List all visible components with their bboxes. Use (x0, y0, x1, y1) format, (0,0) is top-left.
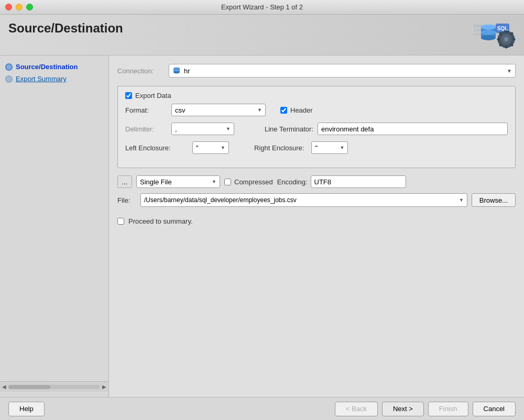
sidebar-scrollbar[interactable]: ◀ ▶ (0, 381, 108, 392)
delimiter-row: Delimiter: , ▼ , Line Terminator: (125, 123, 508, 135)
svg-point-11 (513, 38, 516, 41)
window-title: Export Wizard - Step 1 of 2 (221, 3, 303, 11)
close-button[interactable] (5, 4, 12, 10)
svg-point-14 (511, 32, 514, 35)
file-path-dropdown-arrow[interactable]: ▼ (459, 197, 464, 203)
svg-point-19 (481, 30, 496, 35)
svg-point-10 (497, 38, 500, 41)
main-container: Source/Destination 010101010101 10101010… (0, 15, 524, 420)
delimiter-select[interactable]: , ▼ , (171, 123, 234, 135)
connection-label: Connection: (117, 67, 165, 75)
file-options-row: ... Single File ▼ Single File Compressed (117, 175, 516, 188)
title-bar: Export Wizard - Step 1 of 2 (0, 0, 524, 15)
window-controls[interactable] (5, 4, 33, 10)
sidebar-circle-inactive (5, 75, 13, 83)
options-dots-button[interactable]: ... (117, 175, 132, 188)
dots-label: ... (122, 178, 128, 186)
connection-row: Connection: hr ▼ hr (117, 64, 516, 78)
bottom-left-buttons: Help (8, 402, 45, 416)
proceed-area: Proceed to summary. (117, 217, 516, 225)
bottom-right-buttons: < Back Next > Finish Cancel (335, 402, 516, 416)
enclosure-row: Left Enclosure: " ▼ " Right Enclosure: "… (125, 141, 508, 154)
file-output-section: ... Single File ▼ Single File Compressed (117, 175, 516, 207)
encoding-label: Encoding: (277, 178, 308, 186)
proceed-label: Proceed to summary. (128, 217, 193, 225)
main-panel: Connection: hr ▼ hr (109, 56, 524, 397)
page-title: Source/Destination (8, 21, 123, 36)
scroll-thumb[interactable] (8, 385, 50, 389)
browse-button[interactable]: Browse... (472, 193, 516, 207)
svg-point-13 (511, 44, 514, 47)
export-data-checkbox[interactable] (125, 92, 132, 99)
sql-wizard-icon: 010101010101 101010101010 010101010101 S… (474, 21, 516, 50)
sidebar-item-source-dest[interactable]: Source/Destination (0, 61, 108, 73)
right-enclosure-select[interactable]: " ▼ " (311, 141, 348, 154)
svg-point-15 (499, 44, 502, 47)
file-path-input[interactable] (144, 196, 457, 204)
svg-point-9 (505, 46, 508, 49)
scroll-right-arrow[interactable]: ▶ (102, 384, 106, 390)
proceed-checkbox[interactable] (117, 218, 124, 225)
header-check-area: Header (280, 106, 313, 114)
connection-select[interactable]: hr ▼ hr (169, 64, 516, 78)
svg-point-7 (504, 37, 508, 41)
file-path-combo[interactable]: ▼ (140, 193, 467, 207)
encoding-input[interactable] (311, 175, 406, 188)
export-data-label: Export Data (135, 92, 171, 100)
svg-point-8 (505, 30, 508, 33)
header-label: Header (290, 106, 313, 114)
sidebar-label-source-dest: Source/Destination (16, 63, 78, 71)
file-path-row: File: ▼ Browse... (117, 193, 516, 207)
single-file-select[interactable]: Single File ▼ Single File (136, 175, 220, 188)
format-row: Format: csv ▼ csv Header (125, 104, 508, 116)
cancel-button[interactable]: Cancel (473, 402, 516, 416)
content-area: Source/Destination Export Summary ◀ ▶ Co… (0, 56, 524, 397)
svg-point-18 (481, 35, 496, 40)
maximize-button[interactable] (26, 4, 33, 10)
next-button[interactable]: Next > (382, 402, 424, 416)
scroll-track[interactable] (8, 385, 100, 389)
format-label: Format: (125, 106, 167, 114)
sidebar: Source/Destination Export Summary ◀ ▶ (0, 56, 109, 397)
delimiter-label: Delimiter: (125, 125, 167, 133)
compressed-checkbox[interactable] (224, 179, 231, 185)
file-label: File: (117, 196, 136, 204)
page-header: Source/Destination 010101010101 10101010… (0, 15, 524, 56)
export-data-legend: Export Data (123, 92, 508, 100)
sidebar-circle-active (5, 63, 13, 71)
encoding-area: Encoding: (277, 175, 406, 188)
left-enclosure-select[interactable]: " ▼ " (192, 141, 229, 154)
help-button[interactable]: Help (8, 402, 45, 416)
line-terminator-input[interactable] (318, 123, 508, 135)
right-enclosure-label: Right Enclosure: (254, 144, 304, 152)
left-enclosure-label: Left Enclosure: (125, 144, 188, 152)
back-button[interactable]: < Back (335, 402, 378, 416)
finish-button: Finish (428, 402, 468, 416)
header-checkbox[interactable] (280, 107, 287, 114)
export-data-fieldset: Export Data Format: csv ▼ csv Header (117, 86, 516, 168)
scroll-left-arrow[interactable]: ◀ (2, 384, 6, 390)
sidebar-scroll-area (0, 85, 108, 381)
compressed-area: Compressed (224, 178, 273, 186)
minimize-button[interactable] (16, 4, 23, 10)
sidebar-label-export-summary: Export Summary (16, 75, 67, 83)
line-terminator-label: Line Terminator: (265, 125, 313, 133)
sidebar-item-export-summary[interactable]: Export Summary (0, 73, 108, 85)
format-select[interactable]: csv ▼ csv (171, 104, 266, 116)
bottom-bar: Help < Back Next > Finish Cancel (0, 397, 524, 420)
svg-point-20 (481, 25, 496, 30)
compressed-label: Compressed (234, 178, 273, 186)
svg-point-12 (499, 32, 502, 35)
